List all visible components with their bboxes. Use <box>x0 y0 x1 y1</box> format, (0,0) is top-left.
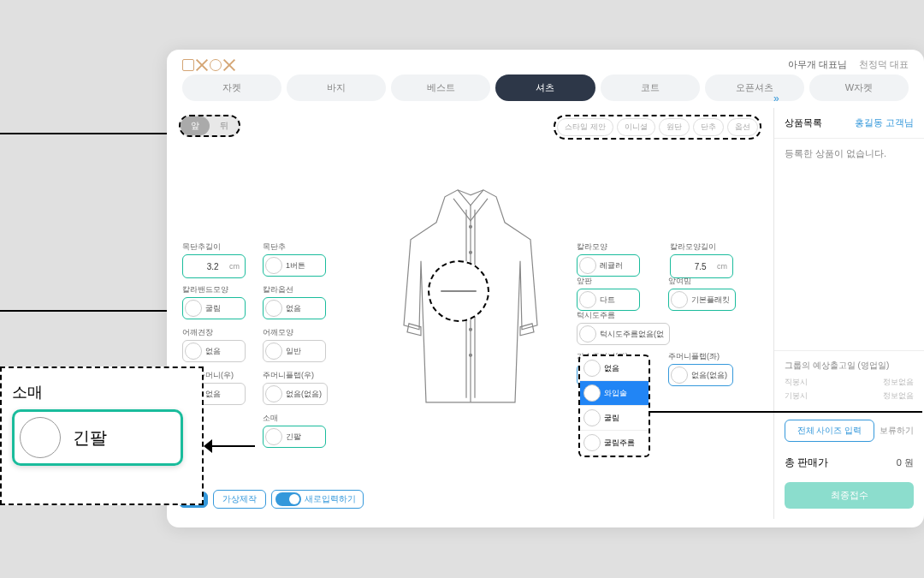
side-panel: 상품목록 홍길동 고객님 등록한 상품이 없습니다. 그룹의 예상출고일 (영업… <box>773 108 924 519</box>
opt-collar-band[interactable]: 칼라밴드모양 굴림 <box>182 284 246 319</box>
callout-value[interactable]: 긴팔 <box>12 409 183 466</box>
user-secondary[interactable]: 천정덕 대표 <box>859 58 909 71</box>
dd-item-round-pleat[interactable]: 굴림주름 <box>580 431 649 456</box>
opt-flap-l[interactable]: 주머니플랩(좌) 없음(없음) <box>668 351 733 386</box>
opt-flap-r[interactable]: 주머니플랩(우) 없음(없음) <box>263 370 328 405</box>
anno-arrow <box>205 445 255 447</box>
btn-submit[interactable]: 최종접수 <box>785 482 914 509</box>
sp-shipping: 그룹의 예상출고일 (영업일) 직봉시정보없음 기봉시정보없음 <box>774 350 924 413</box>
opt-collar-shape-len[interactable]: 칼라모양길이 7.5 cm <box>670 241 733 278</box>
tab-shirt[interactable]: 셔츠 <box>495 74 595 101</box>
opt-placket[interactable]: 앞여밈 기본플래킷 <box>668 276 736 311</box>
tool-pills: 스타일 제안 이니셜 원단 단추 옵션 <box>554 115 761 140</box>
main-layout: 앞 뒤 스타일 제안 이니셜 원단 단추 옵션 <box>167 108 924 519</box>
zoom-pocket-detail <box>428 260 489 322</box>
view-front[interactable]: 앞 <box>181 116 210 135</box>
tab-w-jacket[interactable]: W자켓 <box>809 74 909 101</box>
sp-customer[interactable]: 홍길동 고객님 <box>855 116 914 129</box>
tab-open-shirt[interactable]: 오픈셔츠 <box>705 74 804 101</box>
opt-neck-button-len[interactable]: 목단추길이 3.2 cm <box>182 241 246 278</box>
btn-reset-label: 새로입력하기 <box>305 493 356 505</box>
opt-shoulder-shape[interactable]: 어깨모양 일반 <box>263 327 326 362</box>
sp-total: 총 판매가 0 원 <box>774 449 924 477</box>
svg-point-0 <box>469 225 471 228</box>
opt-front-panel[interactable]: 앞판 다트 <box>577 276 640 311</box>
callout-sleeve: 소매 긴팔 <box>0 366 204 505</box>
tool-initial[interactable]: 이니셜 <box>617 118 655 136</box>
sp-header: 상품목록 홍길동 고객님 <box>774 108 924 139</box>
opt-sleeve[interactable]: 소매 긴팔 <box>263 413 326 448</box>
btn-size-input[interactable]: 전체 사이즈 입력 <box>785 420 874 442</box>
dd-item-none[interactable]: 없음 <box>580 356 649 381</box>
btn-virtual[interactable]: 가상제작 <box>213 490 266 509</box>
view-back[interactable]: 뒤 <box>210 116 239 135</box>
tab-coat[interactable]: 코트 <box>601 74 700 101</box>
anno-line-1 <box>0 133 178 134</box>
opt-collar-shape[interactable]: 칼라모양 레귤러 <box>577 241 640 277</box>
tab-vest[interactable]: 베스트 <box>391 74 490 101</box>
sp-list-title: 상품목록 <box>785 116 822 129</box>
opt-tuxedo[interactable]: 턱시도주름 턱시도주름없음(없 <box>577 310 670 345</box>
toggle-reset[interactable] <box>275 492 301 506</box>
sp-empty: 등록한 상품이 없습니다. <box>774 139 924 169</box>
opt-shoulder-pad[interactable]: 어깨견장 없음 <box>182 327 246 362</box>
callout-icon <box>20 417 61 458</box>
tab-pants[interactable]: 바지 <box>287 74 386 101</box>
logo <box>182 59 235 71</box>
category-tabs: 자켓 바지 베스트 셔츠 코트 오픈셔츠 W자켓 <box>167 74 924 108</box>
opt-collar-option[interactable]: 칼라옵션 없음 <box>263 284 326 319</box>
view-toggle: 앞 뒤 <box>179 115 240 137</box>
tab-jacket[interactable]: 자켓 <box>182 74 281 101</box>
tool-style[interactable]: 스타일 제안 <box>557 118 613 136</box>
dd-item-round[interactable]: 굴림 <box>580 406 649 431</box>
tool-option[interactable]: 옵션 <box>727 118 758 136</box>
arrow-head-icon <box>204 439 212 453</box>
dd-item-welt[interactable]: 와입술 <box>580 381 649 406</box>
tool-fabric[interactable]: 원단 <box>659 118 690 136</box>
svg-point-5 <box>469 354 471 356</box>
svg-point-4 <box>469 328 471 331</box>
tool-button[interactable]: 단추 <box>693 118 724 136</box>
svg-point-1 <box>469 251 471 253</box>
user-primary[interactable]: 아무개 대표님 <box>788 58 847 71</box>
sp-size-row: 전체 사이즈 입력 보류하기 <box>774 413 924 449</box>
opt-neck-button[interactable]: 목단추 1버튼 <box>263 241 326 277</box>
btn-hold[interactable]: 보류하기 <box>880 420 914 442</box>
bottom-actions: 가상제작 새로입력하기 <box>179 490 364 509</box>
pocket-dropdown: 없음 와입술 굴림 굴림주름 <box>578 355 650 457</box>
app-window: 아무개 대표님 천정덕 대표 자켓 바지 베스트 셔츠 코트 오픈셔츠 W자켓 … <box>167 50 924 527</box>
header-users: 아무개 대표님 천정덕 대표 <box>788 58 909 71</box>
panel-collapse-icon[interactable]: » <box>773 92 779 104</box>
anno-line-3 <box>649 411 922 413</box>
header-bar: 아무개 대표님 천정덕 대표 <box>167 50 924 74</box>
callout-title: 소매 <box>12 382 192 402</box>
